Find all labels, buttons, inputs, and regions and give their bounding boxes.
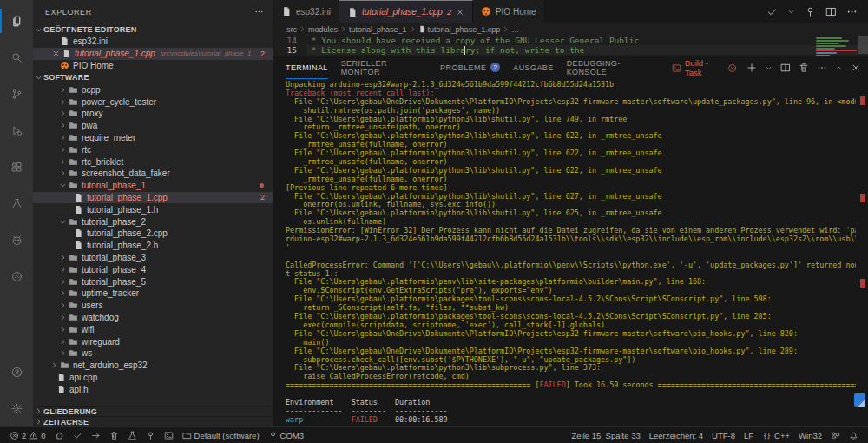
activity-platformio[interactable] bbox=[0, 222, 33, 258]
activity-extensions[interactable] bbox=[0, 149, 33, 185]
pio-clean-button[interactable] bbox=[105, 427, 123, 443]
close-icon[interactable] bbox=[456, 8, 464, 17]
open-editor-item[interactable]: esp32.ini bbox=[33, 36, 273, 48]
section-outline[interactable]: GLIEDERUNG bbox=[33, 406, 273, 416]
activity-accounts[interactable] bbox=[0, 354, 33, 390]
pio-env-selector[interactable]: Default (software) bbox=[178, 427, 264, 443]
close-panel-button[interactable] bbox=[851, 63, 861, 73]
explorer-more-actions-icon[interactable] bbox=[254, 7, 264, 17]
tree-item-users[interactable]: users bbox=[33, 300, 273, 312]
panel-more-actions[interactable] bbox=[817, 63, 827, 73]
activity-explorer[interactable] bbox=[0, 3, 33, 39]
tree-item-wifi[interactable]: wifi bbox=[33, 323, 273, 335]
tree-item-watchdog[interactable]: watchdog bbox=[33, 312, 273, 324]
tree-item-ws[interactable]: ws bbox=[33, 347, 273, 360]
minimap[interactable] bbox=[816, 36, 857, 56]
tree-item-net-arduino-esp32[interactable]: net_arduino_esp32 bbox=[33, 360, 273, 372]
terminal-decoration-icon[interactable] bbox=[854, 393, 865, 407]
panel-tab-debug-console[interactable]: DEBUGGING-KONSOLE bbox=[567, 56, 659, 79]
pio-upload-button[interactable] bbox=[87, 427, 105, 443]
tree-item-tutorial-phase-5[interactable]: tutorial_phase_5 bbox=[33, 275, 273, 288]
tree-item-screenshot-data-faker[interactable]: screenshot_data_faker bbox=[33, 168, 273, 180]
tab-tutorial-phase-1-cpp[interactable]: tutorial_phase_1.cpp2 bbox=[339, 0, 473, 23]
panel-tab-terminal[interactable]: TERMINAL bbox=[286, 56, 328, 79]
tree-item-rtc-bricklet[interactable]: rtc_bricklet bbox=[33, 155, 273, 168]
active-task-terminal[interactable]: Build - Task bbox=[672, 58, 737, 77]
tree-item-tutorial-phase-2-cpp[interactable]: tutorial_phase_2.cpp bbox=[33, 228, 273, 240]
section-timeline[interactable]: ZEITACHSE bbox=[33, 416, 273, 426]
platform-indicator[interactable]: Win32 bbox=[794, 427, 826, 443]
pio-build-button[interactable] bbox=[69, 427, 87, 443]
check-icon[interactable] bbox=[766, 6, 778, 17]
terminal-line: raise CalledProcessError(retcode, cmd) bbox=[286, 373, 856, 381]
panel-tab-problems[interactable]: PROBLEME2 bbox=[440, 56, 500, 79]
editor-tab-bar: esp32.initutorial_phase_1.cpp2PIO Home bbox=[273, 0, 868, 23]
notifications-button[interactable] bbox=[845, 427, 863, 443]
close-icon[interactable] bbox=[52, 50, 60, 57]
pio-home-button[interactable] bbox=[50, 427, 69, 443]
new-terminal-button[interactable] bbox=[746, 63, 757, 73]
tree-item-proxy[interactable]: proxy bbox=[33, 108, 273, 120]
tree-item-tutorial-phase-1-cpp[interactable]: tutorial_phase_1.cpp2 bbox=[33, 192, 273, 204]
more-icon[interactable] bbox=[846, 6, 858, 17]
split-icon[interactable] bbox=[825, 6, 837, 17]
panel-tab-serial-monitor[interactable]: SERIELLER MONITOR bbox=[341, 56, 427, 79]
minimap-bar bbox=[816, 45, 846, 47]
open-editor-item[interactable]: PIO Home bbox=[33, 60, 273, 72]
problems-indicator[interactable]: 20 bbox=[5, 427, 50, 443]
kill-terminal-button[interactable] bbox=[799, 63, 809, 73]
activity-testing[interactable] bbox=[0, 185, 33, 222]
split-terminal-button[interactable] bbox=[780, 63, 791, 73]
section-workspace[interactable]: SOFTWARE bbox=[33, 71, 273, 83]
terminal-line: Traceback (most recent call last): bbox=[286, 89, 856, 98]
terminal-profile-caret[interactable] bbox=[765, 64, 773, 72]
activity-run-debug[interactable] bbox=[0, 112, 33, 149]
tree-item-ocpp[interactable]: ocpp bbox=[33, 83, 273, 96]
problems-indicator-label: 2 bbox=[22, 431, 26, 440]
tree-item-uptime-tracker[interactable]: uptime_tracker bbox=[33, 288, 273, 300]
encoding[interactable]: UTF-8 bbox=[707, 427, 740, 443]
tree-item-tutorial-phase-3[interactable]: tutorial_phase_3 bbox=[33, 252, 273, 264]
tree-item-require-meter[interactable]: require_meter bbox=[33, 132, 273, 144]
tab-esp32-ini[interactable]: esp32.ini bbox=[273, 0, 339, 23]
tree-item-tutorial-phase-2-h[interactable]: tutorial_phase_2.h bbox=[33, 240, 273, 252]
pio-test-button[interactable] bbox=[123, 427, 141, 443]
tree-item-power-cycle-tester[interactable]: power_cycle_tester bbox=[33, 96, 273, 108]
eol-selector[interactable]: LF bbox=[740, 427, 758, 443]
tree-item-tutorial-phase-1-h[interactable]: tutorial_phase_1.h bbox=[33, 203, 273, 215]
plug-icon[interactable] bbox=[805, 6, 816, 17]
tree-item-api-h[interactable]: api.h bbox=[33, 383, 273, 395]
breadcrumb[interactable]: srcmodulestutorial_phase_1tutorial_phase… bbox=[273, 23, 868, 36]
language-mode[interactable]: {}C++ bbox=[758, 427, 794, 443]
tree-item-api-cpp[interactable]: api.cpp bbox=[33, 372, 273, 384]
tree-item-tutorial-phase-2[interactable]: tutorial_phase_2 bbox=[33, 215, 273, 228]
open-editor-item[interactable]: tutorial_phase_1.cppsrc\modules\tutorial… bbox=[33, 48, 273, 60]
tree-item-tutorial-phase-1[interactable]: tutorial_phase_1 bbox=[33, 180, 273, 192]
activity-search[interactable] bbox=[0, 39, 33, 76]
code-editor[interactable]: 141516 * You should have received a copy… bbox=[273, 36, 868, 56]
gear-icon bbox=[11, 403, 23, 414]
search-icon bbox=[11, 52, 23, 63]
pio-terminal-button[interactable] bbox=[160, 427, 178, 443]
maximize-panel-button[interactable] bbox=[835, 64, 843, 72]
activity-source-control[interactable] bbox=[0, 76, 33, 112]
tree-item-pwa[interactable]: pwa bbox=[33, 120, 273, 132]
serial-port-selector[interactable]: COM3 bbox=[264, 427, 308, 443]
feedback-button[interactable] bbox=[826, 427, 845, 443]
tab-pio-home[interactable]: PIO Home bbox=[473, 0, 545, 23]
tree-item-wireguard[interactable]: wireguard bbox=[33, 335, 273, 347]
chevron-down-icon[interactable] bbox=[787, 8, 795, 16]
panel-tab-output[interactable]: AUSGABE bbox=[513, 56, 553, 79]
section-open-editors[interactable]: GEÖFFNETE EDITOREN bbox=[33, 23, 273, 36]
terminal-line: warp FAILED 00:00:16.589 bbox=[286, 416, 856, 425]
activity-settings[interactable] bbox=[0, 390, 33, 426]
tree-item-rtc[interactable]: rtc bbox=[33, 143, 273, 155]
activity-pio-home[interactable] bbox=[0, 258, 33, 294]
terminal-output[interactable]: Unpacking arduino-esp32#warp-2.1.3_6d324… bbox=[273, 79, 868, 426]
tree-item-tutorial-phase-4[interactable]: tutorial_phase_4 bbox=[33, 263, 273, 275]
cursor-position[interactable]: Zeile 15, Spalte 33 bbox=[568, 427, 645, 443]
editor-scrollbar[interactable] bbox=[858, 36, 868, 54]
indentation[interactable]: Leerzeichen: 4 bbox=[645, 427, 707, 443]
pio-serial-monitor-button[interactable] bbox=[141, 427, 160, 443]
circle-chevron-icon bbox=[11, 271, 23, 282]
